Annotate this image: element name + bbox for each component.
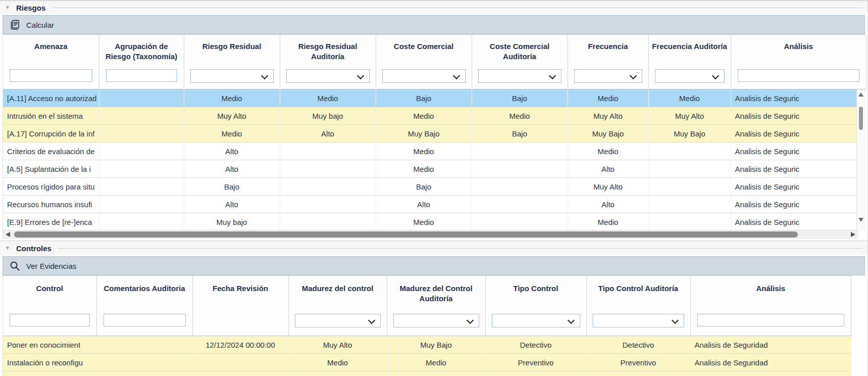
chevron-down-icon — [466, 317, 473, 324]
filter-input[interactable] — [106, 69, 177, 82]
chevron-down-icon — [711, 72, 719, 79]
cell: Muy Bajo — [376, 125, 472, 143]
column-header: Análisis — [690, 276, 851, 310]
column-header: Coste Comercial Auditoría — [472, 35, 568, 66]
filter-input[interactable] — [738, 69, 860, 82]
column-header: Frecuencia — [568, 35, 648, 66]
riesgos-header-row: AmenazaAgrupación de Riesgo (Taxonomía)R… — [3, 35, 866, 66]
section-rule — [52, 8, 862, 8]
collapse-triangle-icon[interactable]: ▼ — [5, 246, 10, 251]
scroll-right-arrow-icon[interactable] — [851, 232, 855, 237]
cell: Medio — [568, 143, 648, 160]
table-row[interactable]: Recursos humanos insufiAltoAltoAltoAnali… — [3, 196, 858, 213]
table-row[interactable]: [A.5] Suplantación de la iAltoMedioAltoA… — [3, 160, 858, 178]
cell: Medio — [376, 160, 472, 178]
horizontal-scrollbar[interactable] — [3, 230, 858, 239]
table-row[interactable] — [3, 371, 851, 376]
cell: Poner en conocimient — [3, 336, 96, 354]
scroll-left-arrow-icon[interactable] — [6, 232, 10, 237]
cell — [280, 196, 376, 213]
cell: Procesos rígidos para situ — [3, 178, 99, 196]
column-header: Frecuencia Auditoría — [648, 35, 731, 66]
collapse-triangle-icon[interactable]: ▼ — [5, 5, 10, 10]
filter-cell — [3, 309, 96, 336]
chevron-down-icon — [567, 317, 574, 324]
cell — [280, 178, 376, 196]
cell: Alto — [280, 125, 376, 143]
table-row[interactable]: [E.9] Errores de [re-]encaMuy bajoMedioM… — [3, 213, 858, 230]
cell: Muy bajo — [280, 107, 376, 125]
table-row[interactable]: [A.11] Acceso no autorizadMedioMedioBajo… — [3, 89, 858, 107]
scroll-up-arrow-icon[interactable] — [858, 92, 863, 97]
cell — [472, 160, 568, 178]
ver-evidencias-button[interactable]: Ver Evidencias — [9, 260, 76, 272]
filter-select[interactable] — [492, 314, 580, 327]
filter-select[interactable] — [295, 314, 381, 327]
column-header: Agrupación de Riesgo (Taxonomía) — [99, 35, 184, 66]
vertical-scrollbar[interactable] — [856, 89, 865, 230]
filter-input[interactable] — [104, 314, 186, 326]
column-header: Fecha Revisión — [192, 276, 288, 310]
column-header: Tipo Control — [485, 276, 586, 310]
column-header: Amenaza — [3, 35, 99, 66]
filter-cell — [568, 65, 648, 89]
chevron-down-icon — [368, 317, 375, 324]
riesgos-toolbar: Calcular — [3, 15, 865, 34]
cell — [648, 213, 731, 230]
filter-select[interactable] — [382, 69, 466, 83]
cell — [690, 371, 851, 376]
cell — [586, 371, 690, 376]
cell: Detectivo — [586, 336, 690, 354]
cell: Preventivo — [485, 354, 586, 371]
filter-select[interactable] — [593, 314, 684, 327]
cell: Recursos humanos insufi — [3, 196, 99, 213]
filter-select[interactable] — [286, 69, 370, 83]
cell: Medio — [568, 213, 648, 230]
horizontal-scroll-thumb[interactable] — [14, 231, 798, 238]
cell: Intrusión en el sistema — [3, 107, 99, 125]
chevron-down-icon — [261, 72, 268, 79]
chevron-down-icon — [452, 72, 459, 79]
table-row[interactable]: Criterios de evaluación deAltoMedioMedio… — [3, 143, 858, 160]
cell: Alto — [568, 160, 648, 178]
filter-select[interactable] — [190, 69, 274, 83]
filter-input[interactable] — [10, 314, 90, 326]
cell: Muy Bajo — [568, 125, 648, 143]
riesgos-section-header: ▼ Riesgos — [0, 1, 867, 14]
filter-select[interactable] — [655, 69, 725, 83]
table-row[interactable]: Procesos rígidos para situBajoBajoMuy Al… — [3, 178, 858, 196]
cell: Medio — [472, 107, 568, 125]
controles-filter-row — [3, 309, 851, 336]
filter-cell — [586, 309, 690, 336]
cell: Medio — [376, 107, 472, 125]
column-header: Madurez del control — [288, 276, 387, 310]
controles-header-table: ControlComentarios AuditoriaFecha Revisi… — [3, 275, 851, 336]
table-row[interactable]: Instalación o reconfiguMedioMedioPrevent… — [3, 354, 851, 371]
cell: Muy Alto — [568, 107, 648, 125]
filter-cell — [184, 65, 280, 89]
cell — [192, 354, 288, 371]
cell — [472, 143, 568, 160]
filter-select[interactable] — [574, 69, 642, 83]
table-row[interactable]: Intrusión en el sistemaMuy AltoMuy bajoM… — [3, 107, 858, 125]
controles-rows-viewport: Poner en conocimient12/12/2024 00:00:00M… — [3, 336, 865, 376]
vertical-scroll-thumb[interactable] — [859, 107, 863, 130]
cell: Bajo — [376, 178, 472, 196]
chevron-down-icon — [548, 72, 555, 79]
filter-input[interactable] — [10, 69, 92, 82]
table-row[interactable]: [A.17] Corrupción de la infMedioAltoMuy … — [3, 125, 858, 143]
filter-select[interactable] — [393, 314, 479, 327]
calcular-button[interactable]: Calcular — [9, 19, 54, 31]
cell — [648, 178, 731, 196]
calculate-report-icon — [9, 19, 21, 31]
scroll-down-arrow-icon[interactable] — [858, 218, 863, 222]
cell: Medio — [568, 89, 648, 107]
filter-input[interactable] — [697, 314, 845, 326]
table-row[interactable]: Poner en conocimient12/12/2024 00:00:00M… — [3, 336, 851, 354]
filter-cell — [192, 309, 288, 336]
section-title-riesgos: Riesgos — [16, 4, 45, 12]
column-header: Control — [3, 276, 96, 310]
filter-cell — [648, 65, 731, 89]
cell — [192, 371, 288, 376]
filter-select[interactable] — [478, 69, 561, 83]
